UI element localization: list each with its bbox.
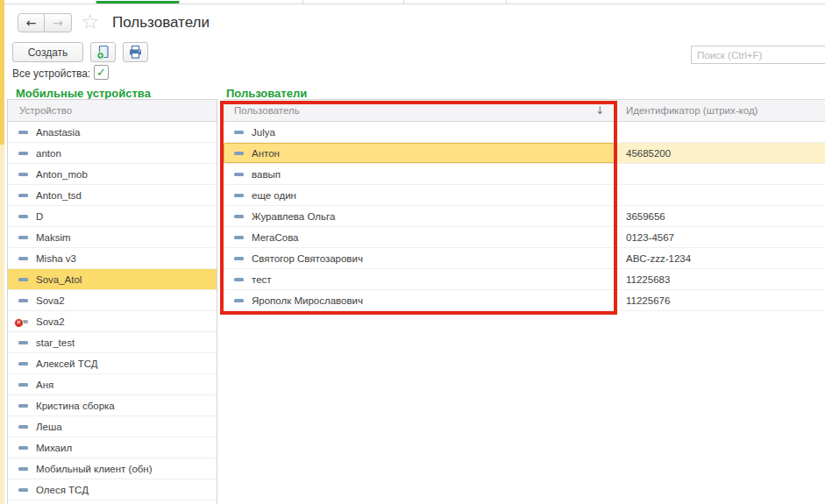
users-table-header: Пользователь ↓ Идентификатор (штрих-код) [224, 100, 825, 122]
user-row[interactable]: Julya [224, 122, 825, 143]
device-row[interactable]: ✕ anton [8, 143, 217, 164]
device-icon: ✕ [18, 467, 28, 471]
user-row[interactable]: Антон 45685200 [224, 143, 825, 164]
print-button[interactable] [123, 42, 148, 62]
device-row[interactable]: ✕ Олеся ТСД [8, 479, 217, 500]
user-identifier-cell[interactable]: ABC-zzz-1234 [617, 248, 825, 268]
user-name-cell[interactable]: Журавлева Ольга [224, 206, 617, 226]
device-name: Алексей ТСД [36, 358, 98, 369]
user-name: Святогор Святозарович [252, 253, 363, 264]
user-identifier-cell[interactable]: 3659656 [617, 206, 825, 226]
user-identifier-cell[interactable]: 0123-4567 [617, 227, 825, 247]
user-name: Антон [252, 148, 280, 159]
user-name-cell[interactable]: МегаСова [224, 227, 617, 247]
device-row[interactable]: ✕ star_test [8, 332, 217, 353]
user-column-header[interactable]: Пользователь ↓ [224, 100, 617, 121]
user-identifier-cell[interactable]: 11225676 [617, 290, 825, 310]
device-row[interactable]: ✕ Anastasia [8, 122, 217, 143]
device-icon: ✕ [18, 383, 28, 387]
all-devices-checkbox[interactable]: ✓ [94, 65, 109, 80]
users-panel-title: Пользователи [226, 87, 307, 100]
active-tab-indicator[interactable] [96, 1, 179, 4]
user-row[interactable]: Журавлева Ольга 3659656 [224, 206, 825, 227]
sort-descending-icon: ↓ [595, 100, 604, 121]
checkmark-icon: ✓ [96, 67, 106, 78]
user-identifier-cell[interactable]: 45685200 [617, 143, 825, 163]
device-name: star_test [36, 337, 75, 348]
devices-list: ✕ Anastasia ✕ anton ✕ Anton_mob ✕ Anton_… [8, 122, 217, 500]
user-name-cell[interactable]: еще один [224, 185, 617, 205]
device-row[interactable]: ✕ Sova2 [8, 311, 217, 332]
user-row[interactable]: еще один [224, 185, 825, 206]
device-row[interactable]: ✕ Михаил [8, 437, 217, 458]
all-devices-label: Все устройства: [12, 67, 90, 80]
tab-separator [96, 0, 96, 4]
user-icon [234, 152, 244, 155]
user-row[interactable]: Святогор Святозарович ABC-zzz-1234 [224, 248, 825, 269]
user-name: Журавлева Ольга [252, 211, 335, 222]
create-button-label: Создать [28, 46, 68, 59]
user-name-cell[interactable]: тест [224, 269, 617, 289]
user-name-cell[interactable]: Ярополк Мирославович [224, 290, 617, 310]
device-icon: ✕ [18, 236, 28, 239]
device-row[interactable]: ✕ Anton_tsd [8, 185, 217, 206]
device-icon: ✕ [18, 257, 28, 260]
device-row[interactable]: ✕ Sova2 [8, 290, 217, 311]
back-arrow-icon: ← [26, 16, 37, 30]
add-document-icon [96, 45, 110, 60]
forward-button[interactable]: → [45, 13, 72, 32]
tab-separator [403, 0, 404, 4]
device-row[interactable]: ✕ Misha v3 [8, 248, 217, 269]
user-name: Julya [252, 127, 275, 138]
page-title: Пользователи [112, 14, 210, 32]
background-panel-sliver [0, 0, 4, 145]
identifier-column-header[interactable]: Идентификатор (штрих-код) [617, 100, 825, 121]
user-row[interactable]: вавып [224, 164, 825, 185]
device-name: anton [36, 148, 61, 159]
user-name-cell[interactable]: Антон [224, 143, 617, 163]
user-row[interactable]: МегаСова 0123-4567 [224, 227, 825, 248]
device-row[interactable]: ✕ Sova_Atol [8, 269, 217, 290]
favorite-star-icon[interactable]: ☆ [81, 11, 100, 32]
device-row[interactable]: ✕ Алексей ТСД [8, 353, 217, 374]
device-row[interactable]: ✕ Мобильный клиент (обн) [8, 458, 217, 479]
user-row[interactable]: тест 11225683 [224, 269, 825, 290]
user-identifier-cell[interactable] [617, 122, 825, 142]
device-row[interactable]: ✕ Maksim [8, 227, 217, 248]
create-button[interactable]: Создать [12, 42, 83, 62]
user-icon [234, 131, 244, 134]
tab-strip [0, 0, 825, 4]
history-nav: ← → [18, 13, 72, 32]
user-identifier-cell[interactable] [617, 185, 825, 205]
device-row[interactable]: ✕ Anton_mob [8, 164, 217, 185]
search-input[interactable] [691, 46, 825, 64]
user-name-cell[interactable]: вавып [224, 164, 617, 184]
devices-column-header[interactable]: Устройство [8, 100, 217, 122]
user-icon [234, 299, 244, 302]
user-name: Ярополк Мирославович [252, 295, 363, 306]
users-panel: Пользователь ↓ Идентификатор (штрих-код)… [224, 99, 825, 311]
background-panel-sliver [0, 145, 4, 504]
device-row[interactable]: ✕ Леша [8, 416, 217, 437]
add-document-button[interactable] [90, 42, 116, 62]
users-list: Julya Антон 45685200 вавып еще один Жура… [224, 122, 825, 311]
device-name: Кристина сборка [36, 401, 115, 411]
device-name: Sova2 [36, 316, 65, 327]
user-row[interactable]: Ярополк Мирославович 11225676 [224, 290, 825, 311]
device-name: Михаил [36, 443, 72, 453]
user-identifier-cell[interactable]: 11225683 [617, 269, 825, 289]
device-row[interactable]: ✕ Кристина сборка [8, 395, 217, 416]
printer-icon [128, 45, 143, 60]
devices-panel-title: Мобильные устройства [16, 87, 151, 100]
user-name-cell[interactable]: Святогор Святозарович [224, 248, 617, 268]
device-name: Sova2 [36, 295, 65, 306]
user-name: тест [252, 274, 272, 285]
back-button[interactable]: ← [18, 13, 45, 32]
tab-separator [506, 0, 507, 4]
user-name-cell[interactable]: Julya [224, 122, 617, 142]
device-name: Леша [36, 422, 62, 432]
device-row[interactable]: ✕ Аня [8, 374, 217, 395]
user-identifier-cell[interactable] [617, 164, 825, 184]
user-icon [234, 278, 244, 281]
device-row[interactable]: ✕ D [8, 206, 217, 227]
